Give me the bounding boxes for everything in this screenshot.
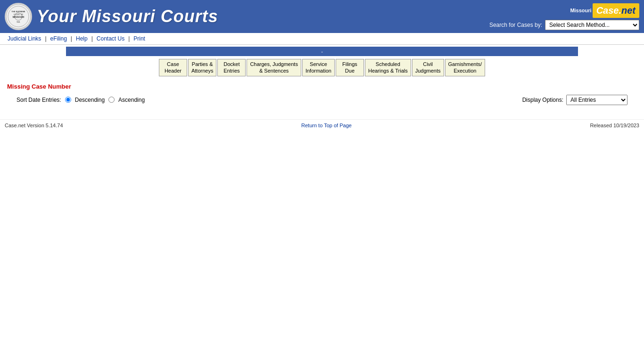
blue-bar: -	[66, 47, 578, 56]
display-section: Display Options: All Entries 10 Entries …	[522, 95, 627, 105]
tab-case-header[interactable]: CaseHeader	[159, 59, 187, 76]
sort-display-row: Sort Date Entries: Descending Ascending …	[7, 95, 637, 105]
header-left: THE SUPREME COURT OF MISSOURI SEAL Your …	[5, 3, 218, 30]
sort-descending-label: Descending	[75, 97, 105, 103]
display-label: Display Options:	[522, 97, 563, 103]
version-label: Case.net Version 5.14.74	[5, 123, 63, 128]
tab-service-information[interactable]: ServiceInformation	[302, 59, 335, 76]
sort-ascending-label: Ascending	[118, 97, 145, 103]
nav-sep-3: |	[91, 35, 94, 42]
header: THE SUPREME COURT OF MISSOURI SEAL Your …	[0, 0, 644, 33]
search-select[interactable]: Select Search Method...	[545, 20, 639, 30]
nav-contact-us[interactable]: Contact Us	[94, 35, 127, 42]
nav-sep-2: |	[70, 35, 73, 42]
nav-efiling[interactable]: eFiling	[48, 35, 70, 42]
search-label: Search for Cases by:	[489, 22, 542, 28]
tab-garnishments[interactable]: Garnishments/Execution	[445, 59, 486, 76]
tab-nav: CaseHeader Parties &Attorneys DocketEntr…	[0, 59, 644, 76]
svg-text:MISSOURI: MISSOURI	[13, 16, 25, 18]
sort-label: Sort Date Entries:	[17, 97, 61, 103]
footer: Case.net Version 5.14.74 Return to Top o…	[0, 119, 644, 131]
radio-descending[interactable]	[65, 97, 71, 103]
tab-parties-attorneys[interactable]: Parties &Attorneys	[188, 59, 216, 76]
radio-ascending[interactable]	[108, 97, 115, 103]
nav: Judicial Links | eFiling | Help | Contac…	[0, 33, 644, 45]
nav-help[interactable]: Help	[73, 35, 91, 42]
tab-docket-entries[interactable]: DocketEntries	[217, 59, 246, 76]
released-label: Released 10/19/2023	[590, 123, 639, 128]
nav-sep-4: |	[127, 35, 131, 42]
svg-text:THE SUPREME: THE SUPREME	[12, 10, 25, 13]
header-right: Missouri Case.net Search for Cases by: S…	[489, 3, 639, 30]
nav-print[interactable]: Print	[131, 35, 148, 42]
tab-charges-judgments[interactable]: Charges, Judgments& Sentences	[247, 59, 301, 76]
tab-scheduled-hearings[interactable]: ScheduledHearings & Trials	[365, 59, 411, 76]
court-seal: THE SUPREME COURT OF MISSOURI SEAL	[5, 3, 32, 30]
search-bar: Search for Cases by: Select Search Metho…	[489, 20, 639, 30]
tab-filings-due[interactable]: FilingsDue	[336, 59, 364, 76]
sort-section: Sort Date Entries: Descending Ascending	[17, 97, 145, 103]
return-to-top-link[interactable]: Return to Top of Page	[301, 123, 352, 128]
svg-text:SEAL: SEAL	[17, 21, 20, 23]
missing-case-message: Missing Case Number	[7, 83, 637, 90]
casenet-badge: Case.net	[593, 3, 639, 18]
display-select[interactable]: All Entries 10 Entries 25 Entries 50 Ent…	[566, 95, 627, 105]
nav-judicial-links[interactable]: Judicial Links	[5, 35, 44, 42]
main-content: Missing Case Number Sort Date Entries: D…	[0, 78, 644, 110]
nav-sep-1: |	[44, 35, 47, 42]
return-link-container: Return to Top of Page	[63, 123, 590, 128]
blue-bar-text: -	[321, 49, 323, 54]
site-title: Your Missouri Courts	[37, 7, 218, 26]
casenet-missouri-label: Missouri	[570, 8, 591, 13]
casenet-logo: Missouri Case.net	[570, 3, 639, 18]
tab-civil-judgments[interactable]: CivilJudgments	[412, 59, 444, 76]
